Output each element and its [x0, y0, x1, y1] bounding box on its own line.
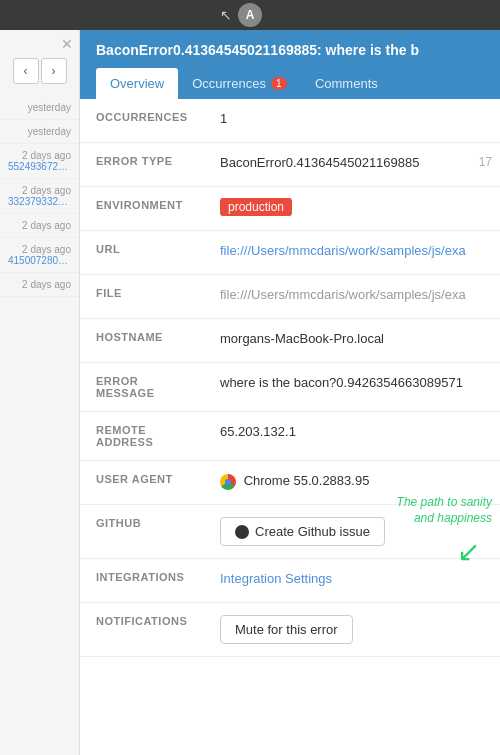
- row-occurrences: OCCURRENCES 1: [80, 99, 500, 143]
- mute-button-label: Mute for this error: [235, 622, 338, 637]
- list-item[interactable]: yesterday: [0, 96, 79, 120]
- label-file: FILE: [80, 275, 210, 311]
- tab-occurrences-label: Occurrences: [192, 76, 266, 91]
- url-link[interactable]: file:///Users/mmcdaris/work/samples/js/e…: [220, 243, 466, 258]
- create-github-issue-button[interactable]: Create Github issue: [220, 517, 385, 546]
- list-item[interactable]: yesterday: [0, 120, 79, 144]
- avatar: A: [238, 3, 262, 27]
- label-hostname: HOSTNAME: [80, 319, 210, 355]
- content-area: BaconError0.41364545021169885: where is …: [80, 30, 500, 755]
- tab-occurrences[interactable]: Occurrences 1: [178, 68, 301, 99]
- item-time: 2 days ago: [8, 220, 71, 231]
- github-button-label: Create Github issue: [255, 524, 370, 539]
- value-integrations: Integration Settings: [210, 559, 500, 598]
- value-url: file:///Users/mmcdaris/work/samples/js/e…: [210, 231, 500, 270]
- value-github: Create Github issue The path to sanityan…: [210, 505, 500, 558]
- value-environment: production: [210, 187, 500, 226]
- item-time: 2 days ago: [8, 185, 71, 196]
- label-error-type: ERROR TYPE: [80, 143, 210, 179]
- row-remote-address: REMOTE ADDRESS 65.203.132.1: [80, 412, 500, 461]
- item-time: 2 days ago: [8, 244, 71, 255]
- value-hostname: morgans-MacBook-Pro.local: [210, 319, 500, 358]
- nav-next-button[interactable]: ›: [41, 58, 67, 84]
- tabs: Overview Occurrences 1 Comments: [96, 68, 484, 99]
- list-item[interactable]: 2 days ago 332379332343: [0, 179, 79, 214]
- detail-table: OCCURRENCES 1 ERROR TYPE BaconError0.413…: [80, 99, 500, 755]
- chrome-icon: [220, 474, 236, 490]
- cursor-icon: ↖: [220, 7, 232, 23]
- label-environment: ENVIRONMENT: [80, 187, 210, 223]
- value-notifications: Mute for this error: [210, 603, 500, 656]
- occurrences-badge: 1: [271, 77, 287, 90]
- error-count: 17: [479, 155, 492, 169]
- row-environment: ENVIRONMENT production: [80, 187, 500, 231]
- tab-overview[interactable]: Overview: [96, 68, 178, 99]
- item-id: 415007280766: [8, 255, 71, 266]
- label-github: GITHUB: [80, 505, 210, 541]
- label-error-message: ERROR MESSAGE: [80, 363, 210, 411]
- sidebar: ✕ ‹ › yesterday yesterday 2 days ago 552…: [0, 30, 80, 755]
- row-error-message: ERROR MESSAGE where is the bacon?0.94263…: [80, 363, 500, 412]
- sidebar-items-list: yesterday yesterday 2 days ago 552493672…: [0, 96, 79, 297]
- sidebar-navigation: ‹ ›: [13, 58, 67, 84]
- label-integrations: INTEGRATIONS: [80, 559, 210, 595]
- item-id: 332379332343: [8, 196, 71, 207]
- close-icon[interactable]: ✕: [61, 36, 73, 52]
- list-item[interactable]: 2 days ago 552493672498: [0, 144, 79, 179]
- integration-settings-link[interactable]: Integration Settings: [220, 571, 332, 586]
- user-agent-text: Chrome 55.0.2883.95: [244, 473, 370, 488]
- value-occurrences: 1: [210, 99, 500, 138]
- value-file: file:///Users/mmcdaris/work/samples/js/e…: [210, 275, 500, 314]
- tab-overview-label: Overview: [110, 76, 164, 91]
- item-id: 552493672498: [8, 161, 71, 172]
- label-notifications: NOTIFICATIONS: [80, 603, 210, 639]
- label-url: URL: [80, 231, 210, 267]
- row-integrations: INTEGRATIONS Integration Settings: [80, 559, 500, 603]
- tab-comments[interactable]: Comments: [301, 68, 392, 99]
- top-bar: ↖ A: [0, 0, 500, 30]
- label-remote-address: REMOTE ADDRESS: [80, 412, 210, 460]
- error-type-text: BaconError0.41364545021169885: [220, 155, 420, 170]
- content-header: BaconError0.41364545021169885: where is …: [80, 30, 500, 99]
- list-item[interactable]: 2 days ago: [0, 273, 79, 297]
- label-user-agent: USER AGENT: [80, 461, 210, 497]
- label-occurrences: OCCURRENCES: [80, 99, 210, 135]
- page-title: BaconError0.41364545021169885: where is …: [96, 42, 484, 58]
- github-icon: [235, 525, 249, 539]
- annotation-text: The path to sanityand happiness: [397, 495, 492, 526]
- environment-badge: production: [220, 198, 292, 216]
- list-item[interactable]: 2 days ago: [0, 214, 79, 238]
- row-notifications: NOTIFICATIONS Mute for this error: [80, 603, 500, 657]
- mute-button[interactable]: Mute for this error: [220, 615, 353, 644]
- row-error-type: ERROR TYPE BaconError0.41364545021169885…: [80, 143, 500, 187]
- item-time: yesterday: [8, 102, 71, 113]
- tab-comments-label: Comments: [315, 76, 378, 91]
- item-time: 2 days ago: [8, 150, 71, 161]
- row-file: FILE file:///Users/mmcdaris/work/samples…: [80, 275, 500, 319]
- value-error-type: BaconError0.41364545021169885 17: [210, 143, 500, 182]
- main-layout: ✕ ‹ › yesterday yesterday 2 days ago 552…: [0, 30, 500, 755]
- value-remote-address: 65.203.132.1: [210, 412, 500, 451]
- nav-prev-button[interactable]: ‹: [13, 58, 39, 84]
- row-url: URL file:///Users/mmcdaris/work/samples/…: [80, 231, 500, 275]
- item-time: 2 days ago: [8, 279, 71, 290]
- row-github: GITHUB Create Github issue The path to s…: [80, 505, 500, 559]
- list-item[interactable]: 2 days ago 415007280766: [0, 238, 79, 273]
- row-hostname: HOSTNAME morgans-MacBook-Pro.local: [80, 319, 500, 363]
- item-time: yesterday: [8, 126, 71, 137]
- value-error-message: where is the bacon?0.9426354663089571: [210, 363, 500, 402]
